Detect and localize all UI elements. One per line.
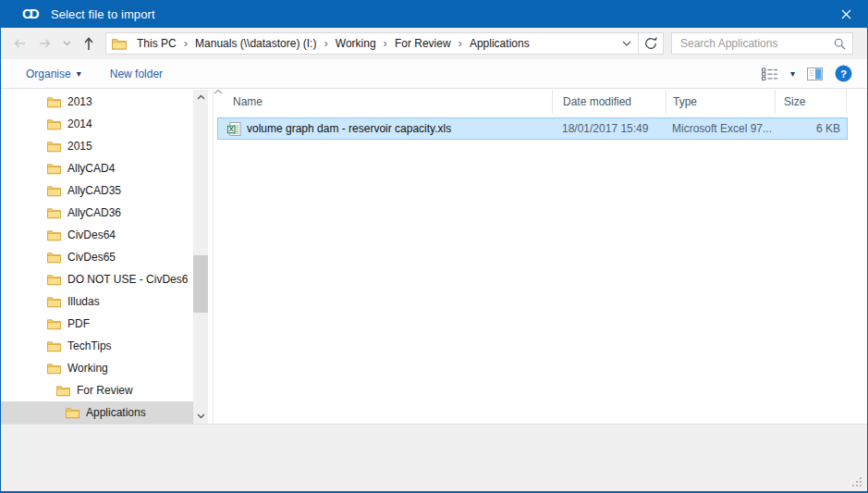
dialog-footer: File name: Excel files (*.xls;*.xlsx) Op… [1,424,867,491]
sidebar-item-2013[interactable]: 2013 [1,91,193,113]
search-input[interactable] [679,36,834,51]
sidebar-item-do-not-use-civdes6[interactable]: DO NOT USE - CivDes6 [1,268,193,290]
help-icon[interactable]: ? [835,65,852,82]
tree-label: 2013 [67,95,92,108]
scroll-up-icon[interactable] [193,90,208,105]
breadcrumb-item-working[interactable]: Working [331,37,381,50]
tree-label: 2015 [67,140,92,153]
window-title: Select file to import [51,7,155,21]
file-date-cell: 18/01/2017 15:49 [553,122,666,135]
sidebar-item-allycad35[interactable]: AllyCAD35 [1,179,193,202]
file-dialog-window: CD Select file to import Th [0,0,868,493]
column-header-size[interactable]: Size [776,90,847,114]
organise-label: Organise [26,68,71,80]
tree-label: CivDes65 [67,251,116,264]
sidebar-item-civdes65[interactable]: CivDes65 [1,246,193,268]
column-label: Date modified [563,95,631,108]
column-header-name[interactable]: Name [214,90,553,114]
scroll-down-icon[interactable] [193,409,208,424]
breadcrumb-separator-icon: › [321,33,330,54]
sidebar-item-working[interactable]: Working [1,357,193,379]
sidebar-item-techtips[interactable]: TechTips [1,335,193,357]
column-header-date-modified[interactable]: Date modified [553,90,666,114]
navigation-bar: This PC › Manuals (\\datastore) (I:) › W… [1,28,867,59]
sidebar-item-civdes64[interactable]: CivDes64 [1,224,193,246]
breadcrumb: This PC › Manuals (\\datastore) (I:) › W… [105,32,664,55]
up-icon[interactable] [82,37,95,51]
excel-file-icon: X [227,122,241,136]
sidebar-item-illudas[interactable]: Illudas [1,290,193,313]
search-box [671,32,853,55]
tree-label: AllyCAD36 [67,206,121,219]
tree-label: AllyCAD4 [67,162,115,175]
column-header-type[interactable]: Type [666,90,776,114]
sidebar-item-2014[interactable]: 2014 [1,113,193,135]
file-row-selected[interactable]: X volume graph dam - reservoir capacity.… [217,117,848,140]
file-type-cell: Microsoft Excel 97... [666,122,776,135]
sidebar-item-allycad36[interactable]: AllyCAD36 [1,202,193,224]
breadcrumb-item-manuals-drive[interactable]: Manuals (\\datastore) (I:) [190,37,321,50]
tree-label: CivDes64 [67,228,116,241]
file-list-header: Name Date modified Type Size [214,90,867,114]
dialog-content: 2013 2014 2015 AllyCAD4 AllyCAD35 AllyCA… [1,90,867,424]
tree-label: DO NOT USE - CivDes6 [67,273,188,286]
svg-text:X: X [229,125,235,133]
address-dropdown-chevron-icon[interactable] [616,33,638,54]
tree-label: Illudas [67,295,100,308]
address-folder-icon [112,38,127,50]
sidebar-item-allycad4[interactable]: AllyCAD4 [1,157,193,179]
tree-label: 2014 [67,117,92,130]
tree-label: TechTips [67,339,112,352]
back-icon[interactable] [13,37,27,50]
file-name-cell: volume graph dam - reservoir capacity.xl… [247,122,451,135]
sidebar-item-for-review[interactable]: For Review [1,379,193,401]
new-folder-label: New folder [110,68,163,80]
svg-text:CD: CD [22,6,40,21]
organise-caret-icon: ▾ [77,69,81,79]
refresh-icon[interactable] [638,33,663,54]
views-caret-icon[interactable]: ▾ [790,69,795,79]
breadcrumb-item-this-pc[interactable]: This PC [132,37,181,50]
forward-icon[interactable] [38,37,52,50]
sort-ascending-icon [214,89,553,96]
breadcrumb-separator-icon: › [456,33,465,54]
app-logo-icon: CD [22,5,43,23]
tree-label: AllyCAD35 [67,184,121,197]
folder-tree: 2013 2014 2015 AllyCAD4 AllyCAD35 AllyCA… [1,90,193,424]
search-icon[interactable] [834,38,846,50]
scrollbar-thumb[interactable] [193,255,208,313]
svg-text:?: ? [840,68,847,80]
new-folder-button[interactable]: New folder [110,68,163,80]
recent-locations-chevron-icon[interactable] [63,41,71,46]
sidebar-item-2015[interactable]: 2015 [1,135,193,157]
file-size-cell: 6 KB [776,122,847,135]
breadcrumb-item-for-review[interactable]: For Review [390,37,456,50]
sidebar-item-applications[interactable]: Applications [1,401,193,424]
file-list: Name Date modified Type Size X [213,90,867,424]
command-bar: Organise ▾ New folder ▾ [1,59,867,89]
close-icon[interactable] [825,0,867,28]
breadcrumb-separator-icon: › [181,33,190,54]
tree-label: PDF [67,317,90,330]
breadcrumb-item-applications[interactable]: Applications [465,37,534,50]
preview-pane-icon[interactable] [807,68,823,80]
breadcrumb-separator-icon: › [381,33,390,54]
column-label: Type [673,95,697,108]
organise-button[interactable]: Organise ▾ [26,68,81,80]
title-bar: CD Select file to import [1,0,867,28]
column-label: Name [233,95,263,108]
column-label: Size [784,95,805,108]
tree-label: Applications [86,406,146,419]
tree-label: Working [67,362,108,375]
views-button[interactable] [762,68,778,80]
tree-label: For Review [77,384,133,397]
sidebar-item-pdf[interactable]: PDF [1,313,193,335]
resize-grip[interactable] [852,477,862,487]
tree-scrollbar[interactable] [193,90,208,424]
